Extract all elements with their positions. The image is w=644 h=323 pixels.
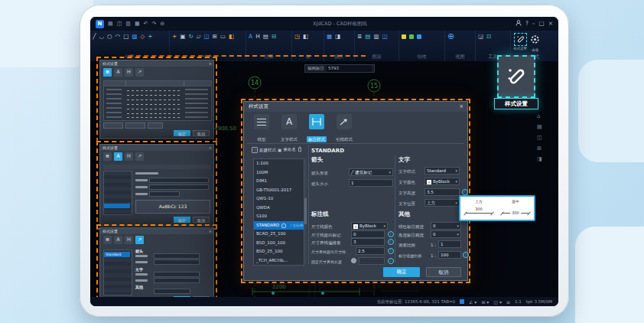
import-icon[interactable]: ◨: [335, 33, 340, 40]
options-tool[interactable]: 选项: [530, 33, 540, 52]
blocks-panel-icon[interactable]: ◨: [537, 156, 542, 162]
info-icon[interactable]: i: [281, 223, 286, 227]
tab-text-style[interactable]: A: [114, 68, 122, 77]
offset-tool-icon[interactable]: ◫: [203, 33, 209, 40]
cloud-icon[interactable]: ⊖: [160, 21, 164, 27]
arrow-size-input[interactable]: 1: [349, 179, 393, 187]
save-icon[interactable]: ▥: [125, 21, 131, 27]
tab-linetype[interactable]: ≣: [103, 68, 112, 77]
text-style-list[interactable]: [103, 171, 132, 215]
other-input[interactable]: [154, 289, 190, 294]
style-list[interactable]: 1:100 100M DIM1 GB-T50001-2017 QW1-10 QW…: [253, 158, 304, 266]
tab-linetype[interactable]: ≣: [103, 236, 112, 244]
maximize-button[interactable]: □: [539, 21, 545, 27]
text-height-input[interactable]: 3.5: [424, 188, 460, 196]
tab-text-style[interactable]: A: [114, 236, 122, 244]
dimension-tool-icon[interactable]: H: [255, 33, 260, 40]
command-input-box[interactable]: 轴网标注 5793: [304, 64, 375, 73]
list-item-selected[interactable]: STANDARD i ✓当前样式: [254, 221, 304, 230]
color-swatch-icon[interactable]: [409, 34, 414, 39]
extline-offset-input[interactable]: 3: [351, 238, 385, 246]
help-button[interactable]: ?: [525, 21, 529, 27]
tab-leader-style[interactable]: ↗: [135, 152, 144, 161]
grid-snap-icon[interactable]: ⊞ ▾: [481, 299, 489, 305]
list-item[interactable]: BCAD_25_100: [254, 230, 304, 239]
selected-style-row[interactable]: Standard: [104, 252, 130, 257]
leader-style-list[interactable]: Standard: [103, 250, 132, 295]
array-tool-icon[interactable]: ⊞: [213, 33, 217, 40]
scrollbar-thumb[interactable]: [304, 198, 307, 224]
dimline-extend-input[interactable]: 0: [351, 230, 385, 238]
linetype-extra-button[interactable]: [148, 122, 163, 129]
measure-scale-input[interactable]: 1: [438, 240, 461, 248]
arrow-shape-select[interactable]: 建筑标记: [349, 168, 393, 176]
list-item[interactable]: _TCH_ARCH&...: [254, 256, 304, 266]
scrollbar[interactable]: [304, 158, 307, 264]
dialog-titlebar[interactable]: 样式设置 ×: [244, 102, 467, 112]
arc-tool-icon[interactable]: ◠: [115, 33, 121, 40]
app-logo[interactable]: N: [96, 20, 104, 28]
list-item[interactable]: QWDA: [254, 204, 304, 213]
tab-dim-style[interactable]: 标注样式: [304, 114, 330, 144]
list-item[interactable]: DIM1: [254, 177, 304, 186]
polygon-tool-icon[interactable]: ◇: [140, 33, 145, 40]
list-item[interactable]: QW1-10: [254, 194, 304, 204]
arrow-select[interactable]: [154, 253, 200, 259]
scale-tool-icon[interactable]: ◧: [229, 33, 234, 40]
close-icon[interactable]: ×: [209, 145, 212, 151]
line-tool-icon[interactable]: ╱: [93, 33, 96, 40]
tab-text-style[interactable]: A 文字样式: [276, 114, 302, 144]
rectangle-tool-icon[interactable]: □: [123, 33, 128, 40]
selected-style-row[interactable]: [104, 204, 130, 208]
arrow-size-input[interactable]: [154, 259, 200, 265]
list-item[interactable]: GB-T50001-2017: [254, 186, 304, 195]
text-color-select[interactable]: ByBlock: [424, 178, 460, 185]
zoom-scale[interactable]: 1:1: [515, 299, 522, 304]
new-file-icon[interactable]: ▤: [108, 21, 113, 27]
info-icon[interactable]: i: [463, 252, 469, 258]
tab-linetype[interactable]: 线型: [249, 114, 275, 144]
magic-wand-icon[interactable]: [514, 33, 527, 46]
tab-linetype[interactable]: ≣: [103, 152, 112, 161]
font-select[interactable]: [149, 178, 209, 183]
move-tool-icon[interactable]: +: [172, 33, 177, 40]
leader-tool-icon[interactable]: ⊟: [272, 33, 276, 40]
ok-button[interactable]: 确定: [174, 130, 190, 136]
table-tool-icon[interactable]: ▤: [263, 33, 268, 40]
list-item[interactable]: S100: [254, 212, 304, 221]
text-position-select[interactable]: 上方: [424, 199, 460, 207]
user-icon[interactable]: [516, 20, 522, 28]
command-value[interactable]: 5793: [327, 65, 372, 72]
list-item[interactable]: 100M: [254, 168, 304, 178]
ok-button[interactable]: 确定: [174, 217, 190, 223]
print-icon[interactable]: ▦: [135, 21, 140, 27]
info-icon[interactable]: i: [388, 231, 394, 237]
copy-tool-icon[interactable]: ▣: [180, 33, 185, 40]
info-icon[interactable]: i: [388, 258, 394, 264]
point-tool-icon[interactable]: +: [148, 33, 152, 40]
list-item[interactable]: 1:100: [254, 159, 304, 168]
dimline-color-select[interactable]: ByBlock: [351, 222, 388, 230]
info-icon[interactable]: i: [388, 239, 394, 245]
grid-panel-icon[interactable]: ⊞: [537, 145, 542, 152]
text-style-select[interactable]: [154, 272, 200, 277]
ok-button[interactable]: 确定: [383, 267, 420, 277]
new-style-button[interactable]: ◻ 新建样式: [252, 147, 276, 153]
rename-style-button[interactable]: ▣ 重命名: [278, 147, 296, 152]
tab-leader-style[interactable]: 引线样式: [331, 114, 357, 144]
close-icon[interactable]: ×: [209, 228, 212, 234]
rotate-tool-icon[interactable]: ↻: [188, 33, 193, 40]
insert-block-icon[interactable]: ◳: [294, 33, 300, 40]
bigfont-select[interactable]: [149, 184, 209, 190]
tab-dim-style[interactable]: H: [125, 152, 133, 161]
match-props-icon[interactable]: ◲: [478, 33, 483, 40]
cancel-button[interactable]: 取消: [426, 267, 461, 277]
close-icon[interactable]: ×: [459, 102, 463, 112]
text-tool-icon[interactable]: A: [249, 33, 252, 40]
tab-leader-style[interactable]: ↗: [135, 68, 144, 77]
tab-leader-style[interactable]: ↗: [135, 236, 144, 244]
create-block-icon[interactable]: ◧: [303, 33, 308, 40]
linetype-table[interactable]: [103, 80, 212, 121]
text-height-input[interactable]: [154, 278, 200, 283]
layer-toggle-icon[interactable]: ◫ ▾: [493, 299, 502, 305]
